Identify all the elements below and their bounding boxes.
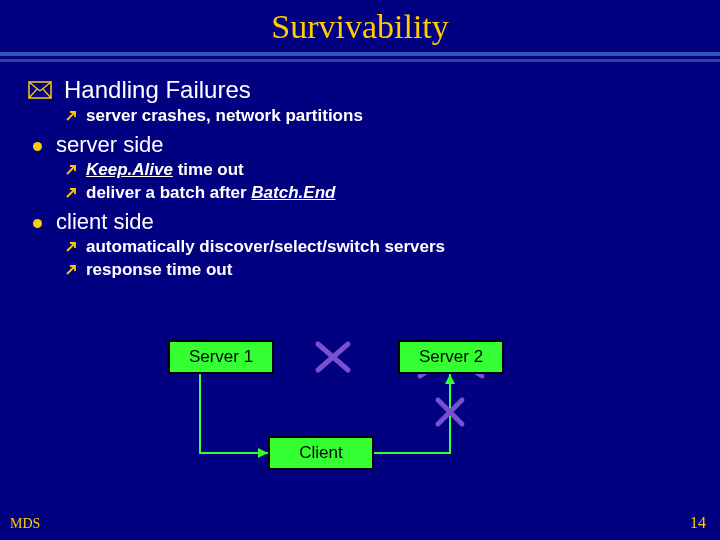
sub-text: server crashes, network partitions xyxy=(86,106,363,126)
batchend-term: Batch.End xyxy=(251,183,335,202)
svg-marker-1 xyxy=(258,448,268,458)
sub-bullet: response time out xyxy=(64,260,692,280)
title-bar: Survivability xyxy=(0,0,720,52)
arrow-icon xyxy=(64,263,78,277)
svg-marker-2 xyxy=(445,374,455,384)
footer-left: MDS xyxy=(10,516,40,532)
diagram: Server 1 Server 2 Client xyxy=(0,340,720,500)
divider-line xyxy=(0,52,720,56)
sub-bullet: Keep.Alive time out xyxy=(64,160,692,180)
slide-number: 14 xyxy=(690,514,706,532)
sub-text: Keep.Alive time out xyxy=(86,160,244,180)
sub-text-tail: time out xyxy=(173,160,244,179)
envelope-icon xyxy=(28,81,52,99)
sub-bullet: deliver a batch after Batch.End xyxy=(64,183,692,203)
sub-text-head: deliver a batch after xyxy=(86,183,251,202)
sub-text: response time out xyxy=(86,260,232,280)
arrow-icon xyxy=(64,240,78,254)
server2-box: Server 2 xyxy=(398,340,504,374)
bullet-l2a: server side xyxy=(28,132,692,158)
bullet-l1-text: Handling Failures xyxy=(64,76,251,104)
bullet-l1: Handling Failures xyxy=(28,76,692,104)
content-area: Handling Failures server crashes, networ… xyxy=(0,62,720,280)
arrow-icon xyxy=(64,163,78,177)
sub-bullet: server crashes, network partitions xyxy=(64,106,692,126)
sub-text: automatically discover/select/switch ser… xyxy=(86,237,445,257)
dot-icon xyxy=(33,142,42,151)
slide-title: Survivability xyxy=(0,8,720,46)
dot-icon xyxy=(33,219,42,228)
bullet-l2b: client side xyxy=(28,209,692,235)
keepalive-term: Keep.Alive xyxy=(86,160,173,179)
bullet-l2b-text: client side xyxy=(56,209,154,235)
bullet-l2a-text: server side xyxy=(56,132,164,158)
diagram-lines xyxy=(0,340,720,500)
server1-box: Server 1 xyxy=(168,340,274,374)
arrow-icon xyxy=(64,109,78,123)
sub-text: deliver a batch after Batch.End xyxy=(86,183,335,203)
arrow-icon xyxy=(64,186,78,200)
client-box: Client xyxy=(268,436,374,470)
sub-bullet: automatically discover/select/switch ser… xyxy=(64,237,692,257)
